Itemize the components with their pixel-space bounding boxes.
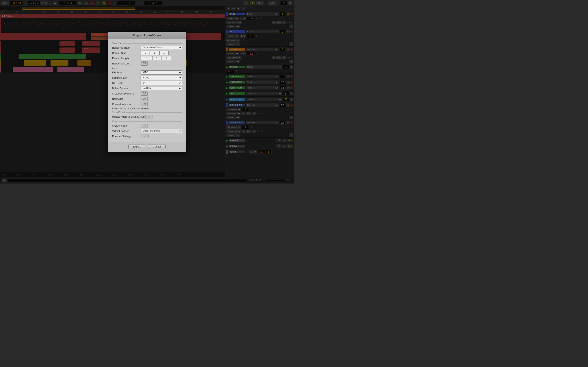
- soundcloud-section-label: SoundCloud: [112, 111, 182, 114]
- dither-row: Dither Options No Dither Triangular Rect…: [112, 86, 182, 90]
- analysis-row: Create Analysis File Off: [112, 92, 182, 96]
- file-type-label: File Type: [112, 71, 140, 74]
- create-video-toggle[interactable]: Off: [141, 124, 148, 128]
- upload-sc-row: Upload Audio to SoundCloud Off: [112, 115, 182, 119]
- sample-rate-row: Sample Rate 44100 48000 96000: [112, 76, 182, 80]
- analysis-label: Create Analysis File: [112, 92, 140, 95]
- create-video-label: Create Video: [112, 124, 140, 127]
- render-start-inputs: [141, 51, 169, 55]
- render-start-bar[interactable]: [141, 51, 150, 55]
- render-length-inputs: [141, 56, 171, 60]
- video-encoder-row: Video Encoder QuickTime Movie: [112, 129, 182, 133]
- bit-depth-label: Bit Depth: [112, 82, 140, 84]
- normalize-toggle[interactable]: Off: [141, 97, 148, 101]
- rendered-track-row: Rendered Track All Individual Tracks Mas…: [112, 46, 182, 50]
- render-loop-label: Render as Loop: [112, 62, 140, 65]
- rendered-track-select[interactable]: All Individual Tracks Master: [141, 46, 182, 50]
- dialog-body: Selection Rendered Track All Individual …: [108, 39, 186, 142]
- encoder-settings-label: Encoder Settings: [112, 135, 140, 138]
- video-encoder-select[interactable]: QuickTime Movie: [141, 129, 182, 133]
- create-video-row: Create Video Off: [112, 124, 182, 128]
- dialog-title: Export Audio/Video: [108, 32, 186, 39]
- export-button[interactable]: Export: [128, 144, 145, 149]
- convert-mono-label: Convert to Mono: [112, 103, 140, 106]
- file-type-select[interactable]: WAV AIFF MP3 FLAC: [141, 70, 182, 75]
- render-length-div[interactable]: [162, 56, 171, 60]
- render-length-row: Render Length: [112, 56, 182, 60]
- render-loop-toggle[interactable]: Off: [141, 61, 148, 66]
- export-dialog: Export Audio/Video Selection Rendered Tr…: [108, 32, 186, 152]
- upload-sc-label: Upload Audio to SoundCloud: [112, 115, 145, 118]
- convert-mono-row: Convert to Mono Off: [112, 102, 182, 106]
- normalize-label: Normalize: [112, 98, 140, 100]
- dialog-footer: Export Cancel: [108, 142, 186, 152]
- encoder-settings-edit-btn[interactable]: Edit: [141, 134, 149, 138]
- normalize-row: Normalize Off: [112, 97, 182, 101]
- rendered-track-label: Rendered Track: [112, 46, 140, 49]
- bit-depth-select[interactable]: 24 16 32: [141, 81, 182, 85]
- render-info-text: Project will be rendered at 44100 Hz.: [112, 107, 182, 110]
- render-start-label: Render Start: [112, 52, 140, 54]
- selection-section-label: Selection: [112, 42, 182, 45]
- render-start-beat[interactable]: [150, 51, 159, 55]
- modal-overlay: Export Audio/Video Selection Rendered Tr…: [0, 0, 294, 184]
- sample-rate-select[interactable]: 44100 48000 96000: [141, 76, 182, 80]
- video-section-label: Video: [112, 120, 182, 123]
- render-loop-row: Render as Loop Off: [112, 61, 182, 66]
- dither-select[interactable]: No Dither Triangular Rectangular: [141, 86, 182, 90]
- render-start-div[interactable]: [159, 51, 169, 55]
- render-length-beat[interactable]: [152, 56, 162, 60]
- render-start-row: Render Start: [112, 51, 182, 55]
- sample-rate-label: Sample Rate: [112, 76, 140, 79]
- render-length-label: Render Length: [112, 57, 140, 60]
- convert-mono-toggle[interactable]: Off: [141, 102, 148, 106]
- analysis-toggle[interactable]: Off: [141, 92, 148, 96]
- bit-depth-row: Bit Depth 24 16 32: [112, 81, 182, 85]
- upload-sc-toggle[interactable]: Off: [145, 115, 153, 119]
- render-length-bars[interactable]: [141, 56, 152, 60]
- cancel-button[interactable]: Cancel: [148, 144, 166, 149]
- video-encoder-label: Video Encoder: [112, 130, 140, 132]
- dither-label: Dither Options: [112, 87, 140, 90]
- file-type-row: File Type WAV AIFF MP3 FLAC: [112, 70, 182, 75]
- audio-section-label: Audio: [112, 67, 182, 69]
- encoder-settings-row: Encoder Settings Edit: [112, 134, 182, 138]
